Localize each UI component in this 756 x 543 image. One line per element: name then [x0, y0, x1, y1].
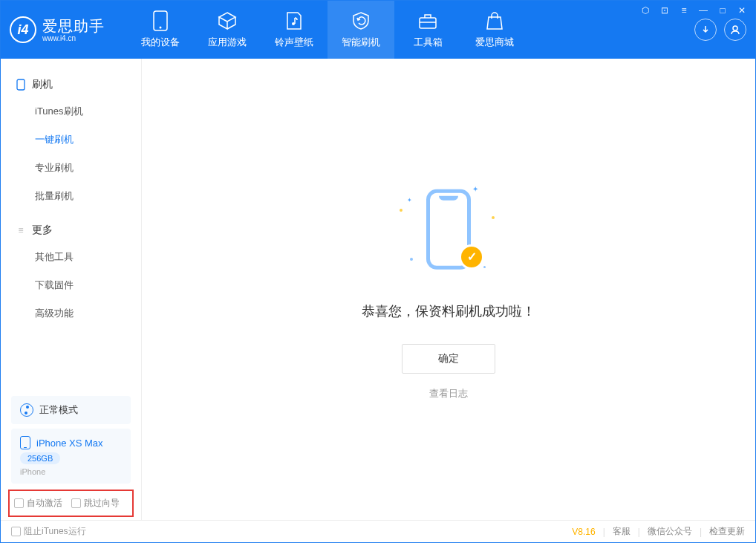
ok-button[interactable]: 确定: [402, 344, 495, 374]
dot-icon: [410, 258, 413, 261]
win-menu-icon[interactable]: ≡: [678, 5, 690, 16]
sidebar-group-more: ≡ 更多: [1, 218, 141, 243]
close-button[interactable]: ✕: [736, 5, 748, 16]
nav-label: 铃声壁纸: [275, 36, 313, 49]
sidebar: 刷机 iTunes刷机 一键刷机 专业刷机 批量刷机 ≡ 更多 其他工具 下载固…: [1, 59, 142, 520]
device-mode-box[interactable]: 正常模式: [11, 396, 131, 424]
checkbox-icon: [11, 527, 21, 536]
nav-label: 智能刷机: [342, 36, 380, 49]
version-label: V8.16: [572, 527, 595, 537]
sparkle-icon: ✦: [472, 185, 478, 193]
sidebar-item-download-firmware[interactable]: 下载固件: [1, 271, 141, 299]
svg-rect-3: [420, 18, 436, 28]
app-name: 爱思助手: [42, 18, 105, 34]
phone-icon: [20, 436, 30, 449]
account-button[interactable]: [724, 19, 746, 41]
header-actions: [694, 19, 746, 41]
view-log-link[interactable]: 查看日志: [429, 387, 468, 400]
nav-label: 工具箱: [414, 36, 443, 49]
sidebar-item-pro-flash[interactable]: 专业刷机: [1, 154, 141, 182]
device-info-box[interactable]: iPhone XS Max 256GB iPhone: [11, 429, 131, 484]
svg-point-1: [160, 27, 162, 29]
nav-smart-flash[interactable]: 智能刷机: [328, 1, 394, 59]
device-icon: [150, 10, 171, 31]
bag-icon: [484, 10, 505, 31]
sidebar-item-oneclick-flash[interactable]: 一键刷机: [1, 126, 141, 154]
mode-icon: [20, 403, 33, 417]
success-illustration: ✦ ✦ ✓: [397, 179, 501, 283]
checkbox-icon: [14, 498, 24, 508]
check-update-link[interactable]: 检查更新: [709, 525, 745, 538]
svg-rect-6: [17, 79, 25, 90]
checkbox-label: 跳过向导: [84, 497, 120, 510]
dot-icon: [492, 216, 495, 219]
download-button[interactable]: [694, 19, 717, 41]
block-itunes-checkbox[interactable]: 阻止iTunes运行: [11, 525, 86, 538]
nav-label: 应用游戏: [208, 36, 247, 49]
maximize-button[interactable]: □: [717, 5, 729, 16]
refresh-shield-icon: [351, 10, 371, 31]
nav-apps-games[interactable]: 应用游戏: [194, 1, 261, 59]
app-logo: i4 爱思助手 www.i4.cn: [10, 16, 105, 43]
storage-badge: 256GB: [20, 452, 60, 464]
sidebar-item-batch-flash[interactable]: 批量刷机: [1, 182, 141, 210]
sparkle-icon: ✦: [407, 197, 412, 204]
device-name: iPhone XS Max: [36, 438, 103, 449]
menu-icon: ≡: [16, 225, 26, 235]
sidebar-item-advanced[interactable]: 高级功能: [1, 299, 141, 328]
nav-label: 爱思商城: [475, 36, 514, 49]
sidebar-item-itunes-flash[interactable]: iTunes刷机: [1, 97, 141, 126]
logo-icon: i4: [10, 16, 36, 43]
success-message: 恭喜您，保资料刷机成功啦！: [362, 302, 535, 320]
sidebar-group-flash: 刷机: [1, 72, 141, 97]
footer: 阻止iTunes运行 V8.16 | 客服 | 微信公众号 | 检查更新: [1, 520, 755, 542]
nav-my-device[interactable]: 我的设备: [127, 1, 194, 59]
checkmark-badge-icon: ✓: [459, 244, 484, 270]
group-title: 刷机: [32, 78, 53, 91]
dot-icon: [483, 266, 486, 268]
nav-toolbox[interactable]: 工具箱: [394, 1, 461, 59]
mode-label: 正常模式: [39, 403, 78, 417]
separator: |: [700, 527, 702, 537]
checkbox-label: 阻止iTunes运行: [24, 525, 86, 538]
main-nav: 我的设备 应用游戏 铃声壁纸 智能刷机 工具箱: [127, 1, 528, 59]
checkbox-label: 自动激活: [27, 497, 62, 510]
music-file-icon: [284, 10, 304, 31]
separator: |: [603, 527, 605, 537]
group-title: 更多: [32, 224, 53, 237]
svg-point-5: [733, 26, 737, 30]
cube-icon: [217, 10, 238, 31]
highlighted-options: 自动激活 跳过向导: [8, 490, 134, 517]
sidebar-item-other-tools[interactable]: 其他工具: [1, 243, 141, 271]
toolbox-icon: [417, 10, 438, 31]
main-content: ✦ ✦ ✓ 恭喜您，保资料刷机成功啦！ 确定 查看日志: [142, 59, 755, 520]
minimize-button[interactable]: —: [697, 5, 709, 16]
phone-icon: [16, 79, 26, 90]
dot-icon: [400, 209, 403, 212]
device-type: iPhone: [20, 467, 122, 476]
window-controls: ⬡ ⊡ ≡ — □ ✕: [639, 5, 748, 16]
app-url: www.i4.cn: [42, 34, 105, 42]
checkbox-icon: [71, 498, 81, 508]
customer-service-link[interactable]: 客服: [613, 525, 630, 538]
nav-label: 我的设备: [141, 36, 180, 49]
nav-store[interactable]: 爱思商城: [461, 1, 528, 59]
auto-activate-checkbox[interactable]: 自动激活: [14, 497, 62, 510]
skip-guide-checkbox[interactable]: 跳过向导: [71, 497, 120, 510]
svg-point-2: [292, 22, 295, 25]
nav-ringtone-wallpaper[interactable]: 铃声壁纸: [261, 1, 328, 59]
win-shirt-icon[interactable]: ⬡: [639, 5, 651, 16]
separator: |: [638, 527, 640, 537]
wechat-link[interactable]: 微信公众号: [648, 525, 692, 538]
win-lock-icon[interactable]: ⊡: [659, 5, 671, 16]
